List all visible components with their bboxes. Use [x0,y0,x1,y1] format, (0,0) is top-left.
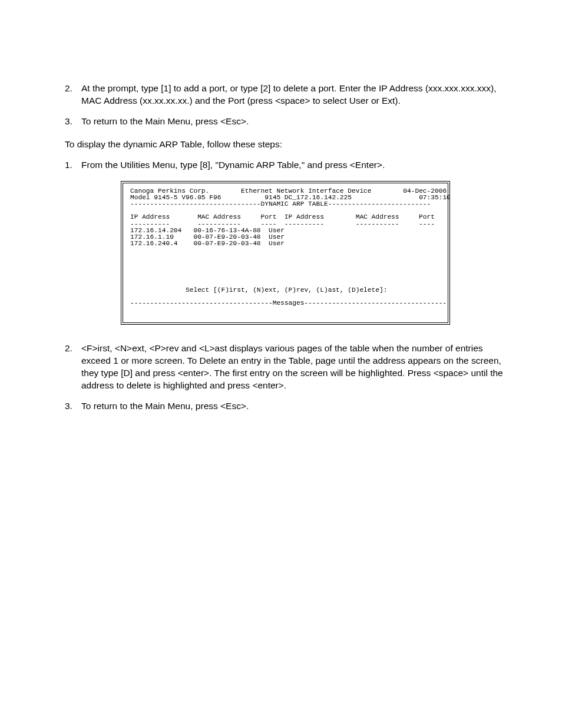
item-number: 3. [65,116,81,128]
list-item: 3. To return to the Main Menu, press <Es… [65,116,506,128]
document-page: 2. At the prompt, type [1] to add a port… [0,0,562,444]
instruction-list-b: 1. From the Utilities Menu, type [8], "D… [65,159,506,172]
terminal-header-line1: Canoga Perkins Corp. Ethernet Network In… [130,187,447,195]
item-text: To return to the Main Menu, press <Esc>. [81,400,506,413]
terminal-column-headers: IP Address MAC Address Port IP Address M… [130,213,435,220]
item-number: 3. [65,400,81,413]
instruction-list-c: 2. <F>irst, <N>ext, <P>rev and <L>ast di… [65,342,506,413]
terminal-row: 172.16.14.204 00-16-76-13-4A-88 User [130,227,285,234]
item-number: 2. [65,83,81,107]
list-item: 2. At the prompt, type [1] to add a port… [65,83,506,107]
intro-paragraph: To display the dynamic ARP Table, follow… [65,139,506,151]
terminal-screenshot: Canoga Perkins Corp. Ethernet Network In… [121,181,506,325]
terminal-messages-separator: ------------------------------------Mess… [130,299,447,307]
instruction-list-a: 2. At the prompt, type [1] to add a port… [65,83,506,128]
terminal-border-outer: Canoga Perkins Corp. Ethernet Network In… [121,181,450,325]
terminal-row: 172.16.1.10 00-07-E9-20-03-48 User [130,233,285,241]
terminal-header-line2: Model 9145-5 V96.05 F96 9145 DC_172.16.1… [130,194,451,201]
item-text: To return to the Main Menu, press <Esc>. [81,116,506,128]
list-item: 2. <F>irst, <N>ext, <P>rev and <L>ast di… [65,342,506,392]
terminal-select-prompt: Select [(F)irst, (N)ext, (P)rev, (L)ast,… [130,286,387,294]
item-text: From the Utilities Menu, type [8], "Dyna… [81,159,506,172]
item-number: 1. [65,159,81,172]
terminal-title-separator: ---------------------------------DYNAMIC… [130,200,431,207]
item-text: At the prompt, type [1] to add a port, o… [81,83,506,107]
list-item: 1. From the Utilities Menu, type [8], "D… [65,159,506,172]
item-number: 2. [65,342,81,392]
list-item: 3. To return to the Main Menu, press <Es… [65,400,506,413]
item-text: <F>irst, <N>ext, <P>rev and <L>ast displ… [81,342,506,392]
terminal-column-underline: ---------- ----------- ---- ---------- -… [130,220,435,228]
terminal-row: 172.16.240.4 00-07-E9-20-03-48 User [130,240,285,247]
terminal-content: Canoga Perkins Corp. Ethernet Network In… [123,183,448,324]
